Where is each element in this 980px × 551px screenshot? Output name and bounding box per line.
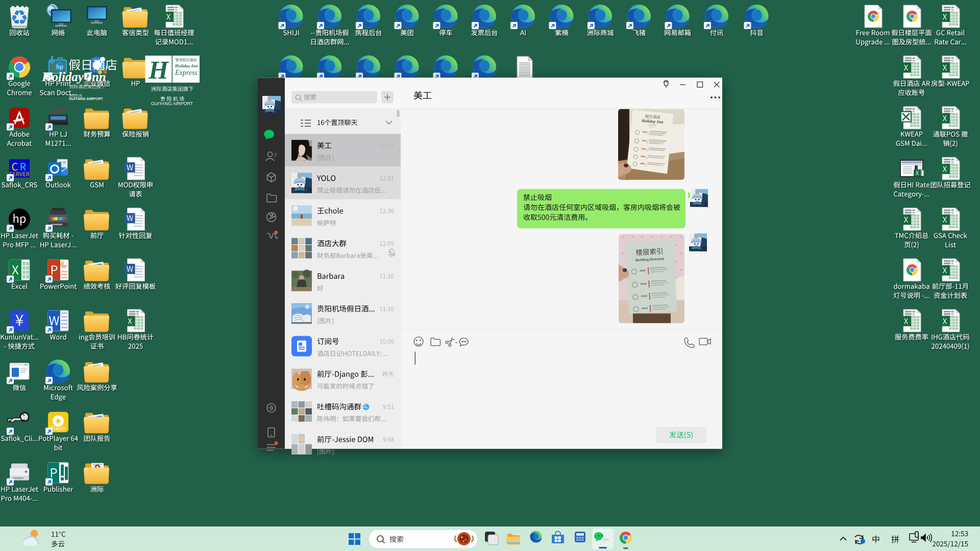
svg-text:GUIYANG AIRPORT: GUIYANG AIRPORT xyxy=(151,101,193,106)
svg-text:Express: Express xyxy=(175,69,198,77)
svg-text:Holiday Inn: Holiday Inn xyxy=(175,63,198,68)
svg-text:GUIYANG AIRPORT: GUIYANG AIRPORT xyxy=(69,96,104,101)
svg-text:H: H xyxy=(148,56,169,84)
